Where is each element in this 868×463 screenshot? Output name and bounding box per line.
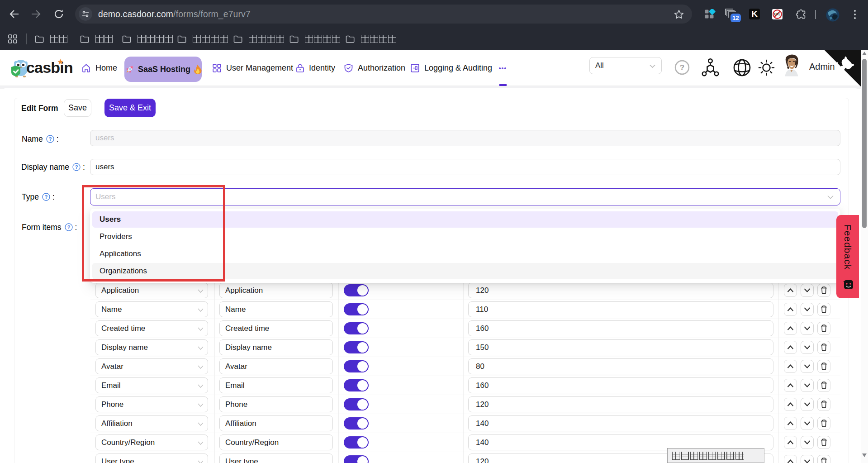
svg-text:?: ? (67, 224, 70, 230)
svg-text:URL: URL (774, 13, 781, 16)
svg-text:?: ? (680, 63, 684, 72)
svg-text:?: ? (48, 136, 52, 142)
svg-text:?: ? (75, 164, 78, 170)
svg-text:?: ? (45, 194, 48, 200)
